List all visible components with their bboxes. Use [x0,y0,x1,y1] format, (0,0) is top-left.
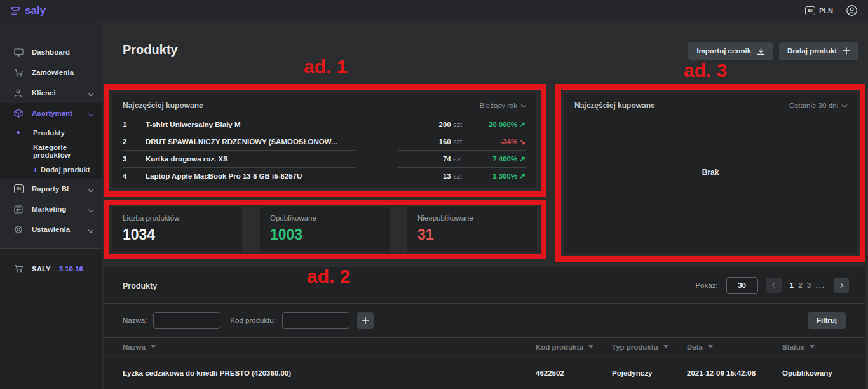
add-button-label: Dodaj produkt [787,47,837,55]
quantity: 74 szt [402,155,462,163]
next-page-button[interactable] [834,278,849,293]
top-product-row[interactable]: 1 T-shirt Uniwersalny Biały M 200 szt 20… [112,116,536,133]
chevron-down-icon [89,89,93,97]
column-header-date[interactable]: Data [687,343,782,351]
column-header-type[interactable]: Typ produktu [612,343,687,351]
empty-state-text: Brak [564,168,857,177]
column-header-status[interactable]: Status [782,343,846,351]
app-logo[interactable]: saly [10,4,46,17]
sidebar-item-dashboard[interactable]: Dashboard [0,42,102,62]
prev-page-button[interactable] [766,278,782,293]
cell-date: 2021-12-09 15:42:08 [687,369,782,377]
table-row[interactable]: Łyżka cedzakowa do knedli PRESTO (420360… [104,357,865,388]
app-name: SALY [32,265,51,273]
header-label: Data [687,343,703,351]
box-icon [14,109,24,118]
trend-up-icon: ↗ [519,155,526,163]
sort-icon [663,345,668,348]
sidebar-spacer [0,21,102,42]
cell-code: 4622502 [536,369,612,377]
chevron-down-icon [521,102,526,107]
sidebar-subitem-label: Produkty [33,129,65,137]
sidebar-footer: SALY 3.10.16 [0,248,102,389]
row-right: 160 szt -34% ↘ [398,133,526,150]
top-product-row[interactable]: 2 DRUT SPAWALNICZY RDZENIOWY (SAMOOSŁONO… [112,133,536,150]
sidebar-item-asortyment[interactable]: Asortyment [0,103,102,123]
header-label: Kod produktu [536,343,583,351]
page-numbers[interactable]: 1 2 3 ... [790,282,825,289]
table-header: Nazwa Kod produktu Typ produktu Data Sta… [104,338,865,357]
period-dropdown[interactable]: Bieżący rok [480,102,526,109]
code-filter-input[interactable] [282,312,349,329]
sidebar-item-zamowienia[interactable]: Zamówienia [0,62,102,83]
cart-icon [14,264,24,273]
sidebar-subitem-dodaj-produkt[interactable]: + Dodaj produkt [0,160,102,179]
period-dropdown[interactable]: Ostatnie 30 dni [789,102,846,109]
page-size-input[interactable] [726,277,758,294]
sidebar-asortyment-section: Asortyment Produkty Kategorie produktów … [0,103,102,179]
stat-label: Opublikowane [270,214,379,222]
row-right: 74 szt 7 400% ↗ [398,150,526,167]
user-account-icon[interactable] [846,4,858,17]
panel-title: Najczęściej kupowane [123,101,203,110]
sidebar-item-ustawienia[interactable]: Ustawienia [0,219,102,240]
cell-name: Łyżka cedzakowa do knedli PRESTO (420360… [123,369,536,377]
cell-type: Pojedynczy [612,369,687,377]
name-filter-label: Nazwa: [123,317,147,324]
trend-value: 20 000% [489,121,517,128]
top-products-header: Najczęściej kupowane Bieżący rok [112,93,536,116]
sort-icon [151,345,156,348]
column-header-code[interactable]: Kod produktu [536,343,612,351]
monitor-icon [14,48,24,57]
qty-value: 13 [443,172,451,180]
products-panel-header: Produkty Pokaż: 1 2 3 ... [104,267,865,304]
sidebar-item-marketing[interactable]: Marketing [0,199,102,219]
import-pricelist-button[interactable]: Importuj cennik [688,42,773,60]
sidebar-item-label: Raporty BI [32,185,69,193]
top-product-row[interactable]: 4 Laptop Apple MacBook Pro 13 8 GB i5-82… [112,167,536,184]
quantity: 13 szt [402,172,462,180]
sort-icon [588,345,593,348]
qty-unit: szt [453,138,462,146]
product-name: Laptop Apple MacBook Pro 13 8 GB i5-8257… [146,172,302,180]
banknote-icon: Bi [805,6,815,15]
trend-down-icon: ↘ [519,138,526,146]
news-icon [14,205,24,214]
sidebar-item-label: Dashboard [32,48,70,56]
sidebar-item-klienci[interactable]: Klienci [0,83,102,103]
trend-up-icon: ↗ [519,172,526,180]
sidebar-item-label: Asortyment [32,109,72,117]
active-dot [17,131,20,134]
currency-label: PLN [819,7,833,15]
other-pages[interactable]: 2 3 ... [798,282,825,289]
topbar: saly Bi PLN [0,0,868,21]
column-header-name[interactable]: Nazwa [123,343,536,351]
sidebar-item-label: Marketing [32,205,66,213]
name-filter-input[interactable] [153,312,220,329]
row-right: 13 szt 1 300% ↗ [398,167,526,184]
filter-button[interactable]: Filtruj [808,312,846,329]
product-name: T-shirt Uniwersalny Biały M [146,121,241,128]
trend: 20 000% ↗ [462,120,526,129]
plus-icon [362,317,369,324]
currency-selector[interactable]: Bi PLN [805,6,833,15]
sidebar-subitem-produkty[interactable]: Produkty [0,123,102,142]
chevron-down-icon [89,205,93,213]
import-button-label: Importuj cennik [696,47,751,55]
add-product-button[interactable]: Dodaj produkt [779,42,858,60]
sidebar-subitem-label: Kategorie produktów [33,144,102,159]
period-label: Bieżący rok [480,102,517,109]
stat-card-published: Opublikowane 1003 [260,207,390,252]
top-product-row[interactable]: 3 Kurtka drogowa roz. XS 74 szt 7 400% ↗ [112,150,536,167]
sidebar-subitem-kategorie-produktow[interactable]: Kategorie produktów [0,142,102,160]
current-page[interactable]: 1 [790,282,795,289]
sidebar-item-raporty-bi[interactable]: Bi Raporty BI [0,179,102,199]
topbar-right: Bi PLN [805,4,858,17]
stats-row: Liczba produktów 1034 Opublikowane 1003 … [112,207,537,252]
add-filter-button[interactable] [357,312,374,329]
sort-icon [810,345,815,348]
header-label: Typ produktu [612,343,658,351]
code-filter-label: Kod produktu: [230,317,276,324]
sidebar: Dashboard Zamówienia Klienci Asortyment … [0,21,102,389]
plus-icon: + [33,166,37,174]
